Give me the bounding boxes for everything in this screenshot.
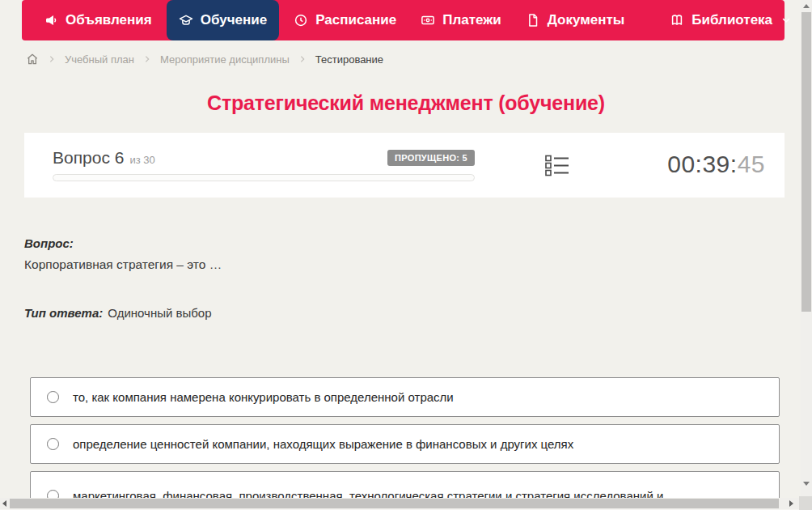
- question-label: Вопрос:: [24, 236, 74, 250]
- breadcrumb-study-plan[interactable]: Учебный план: [65, 53, 134, 66]
- progress-bar: [53, 174, 475, 181]
- nav-item-label: Объявления: [66, 12, 152, 28]
- scrollbar-corner: [799, 496, 812, 510]
- answer-option-1[interactable]: то, как компания намерена конкурировать …: [30, 377, 780, 417]
- radio-button[interactable]: [47, 391, 59, 403]
- vertical-scrollbar-thumb[interactable]: [801, 12, 811, 312]
- chevron-right-icon: [48, 55, 56, 63]
- chevron-right-icon: [298, 55, 307, 63]
- question-progress-block: Вопрос 6из 30 ПРОПУЩЕНО: 5: [53, 149, 475, 181]
- scroll-left-arrow-icon[interactable]: [2, 500, 6, 507]
- nav-item-label: Платежи: [442, 12, 501, 28]
- page-title: Стратегический менеджмент (обучение): [0, 91, 812, 115]
- answer-options: то, как компания намерена конкурировать …: [30, 377, 780, 510]
- question-total: из 30: [129, 154, 154, 166]
- main-navbar: Объявления Обучение Расписание Платежи Д…: [22, 0, 785, 40]
- breadcrumb-discipline-event[interactable]: Мероприятие дисциплины: [160, 53, 290, 66]
- answer-type: Тип ответа:Одиночный выбор: [24, 306, 212, 320]
- chevron-right-icon: [143, 55, 151, 63]
- nav-item-label: Документы: [548, 12, 625, 28]
- scroll-down-arrow-icon[interactable]: [803, 482, 810, 486]
- breadcrumb: Учебный план Мероприятие дисциплины Тест…: [26, 49, 383, 69]
- answer-option-label: определение ценностей компании, находящи…: [73, 437, 573, 451]
- graduation-cap-icon: [179, 13, 193, 28]
- nav-item-label: Расписание: [315, 12, 396, 28]
- timer-minutes: 00:39:: [667, 151, 737, 177]
- nav-item-announcements[interactable]: Объявления: [32, 0, 164, 40]
- answer-option-2[interactable]: определение ценностей компании, находящи…: [30, 424, 780, 464]
- chevron-down-icon: [780, 15, 791, 25]
- banknote-icon: [421, 13, 435, 28]
- document-icon: [526, 13, 540, 28]
- scroll-up-arrow-icon[interactable]: [803, 4, 810, 8]
- breadcrumb-testing: Тестирование: [315, 53, 383, 66]
- megaphone-icon: [44, 13, 58, 28]
- question-text: Корпоративная стратегия – это …: [24, 257, 222, 272]
- scroll-right-arrow-icon[interactable]: [789, 500, 793, 507]
- nav-item-label: Обучение: [201, 12, 267, 28]
- question-list-button[interactable]: [545, 155, 571, 177]
- horizontal-scrollbar[interactable]: [0, 498, 799, 509]
- nav-item-label: Библиотека: [691, 12, 772, 28]
- question-panel: Вопрос 6из 30 ПРОПУЩЕНО: 5 00:39:45: [24, 133, 785, 198]
- radio-button[interactable]: [47, 438, 59, 450]
- vertical-scrollbar[interactable]: [801, 0, 812, 496]
- nav-item-documents[interactable]: Документы: [514, 0, 637, 40]
- nav-item-schedule[interactable]: Расписание: [281, 0, 408, 40]
- list-icon: [545, 165, 569, 179]
- question-number: Вопрос 6: [53, 148, 124, 167]
- answer-type-label: Тип ответа:: [24, 306, 103, 320]
- answer-option-label: то, как компания намерена конкурировать …: [73, 390, 454, 404]
- skipped-badge: ПРОПУЩЕНО: 5: [387, 150, 475, 166]
- question-counter: Вопрос 6из 30: [53, 148, 155, 168]
- horizontal-scrollbar-thumb[interactable]: [10, 499, 779, 508]
- answer-type-value: Одиночный выбор: [108, 306, 211, 320]
- nav-item-payments[interactable]: Платежи: [408, 0, 514, 40]
- nav-item-learning[interactable]: Обучение: [167, 0, 279, 40]
- nav-item-library[interactable]: Библиотека: [658, 0, 803, 40]
- timer: 00:39:45: [667, 151, 765, 178]
- timer-seconds: 45: [738, 151, 765, 177]
- book-icon: [670, 13, 684, 28]
- home-icon[interactable]: [26, 53, 39, 66]
- clock-icon: [294, 13, 308, 28]
